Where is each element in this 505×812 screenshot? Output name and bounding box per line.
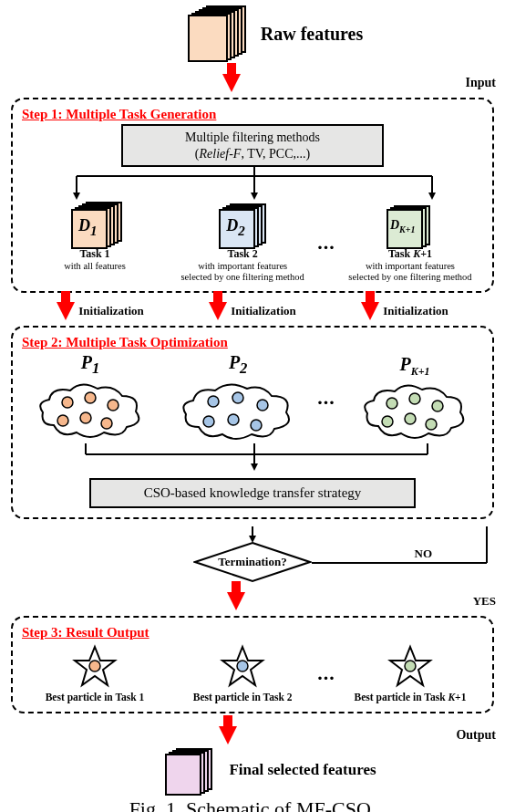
svg-point-19 bbox=[251, 420, 262, 431]
svg-marker-7 bbox=[428, 193, 436, 200]
init-label-1: Initialization bbox=[78, 304, 144, 318]
pop-dots: ... bbox=[317, 386, 335, 410]
task-2-desc: with important features selected by one … bbox=[181, 261, 304, 282]
input-arrow-row: Input bbox=[9, 74, 496, 92]
raw-features-row: Raw features bbox=[55, 9, 496, 59]
decision-area: Termination? NO bbox=[9, 526, 496, 590]
arrow-down-icon bbox=[209, 302, 227, 320]
star-icon bbox=[72, 644, 118, 690]
raw-features-label: Raw features bbox=[261, 24, 363, 45]
pop-1: P1 bbox=[22, 352, 159, 443]
input-label: Input bbox=[466, 76, 496, 90]
star-k1-label: Best particle in Task K+1 bbox=[355, 692, 467, 703]
task-k1: DK+1 Task K+1 with important features se… bbox=[337, 203, 483, 282]
star-1-label: Best particle in Task 1 bbox=[46, 692, 145, 703]
svg-point-10 bbox=[108, 400, 119, 411]
svg-point-18 bbox=[228, 414, 239, 425]
task-dots: ... bbox=[317, 231, 335, 255]
init-col-3: Initialization bbox=[332, 302, 478, 320]
no-label: NO bbox=[415, 547, 433, 561]
step3-title: Step 3: Result Output bbox=[22, 625, 483, 640]
arrow-down-icon bbox=[57, 302, 75, 320]
filter-line-1: Multiple filtering methods bbox=[134, 130, 371, 146]
task-k1-desc: with important features selected by one … bbox=[348, 261, 471, 282]
cloud-icon bbox=[36, 380, 145, 443]
task-1: D1 Task 1 with all features bbox=[22, 203, 168, 282]
svg-point-11 bbox=[57, 415, 68, 426]
star-2: Best particle in Task 2 bbox=[170, 644, 315, 703]
tree-connector bbox=[22, 167, 487, 200]
svg-point-8 bbox=[62, 397, 73, 408]
svg-point-21 bbox=[409, 393, 420, 404]
svg-point-16 bbox=[257, 400, 268, 411]
pop-2: P2 bbox=[170, 352, 306, 443]
output-arrow-row: Output bbox=[9, 726, 496, 744]
star-icon bbox=[387, 644, 433, 690]
cloud-icon bbox=[360, 380, 469, 442]
arrow-down-icon bbox=[227, 592, 245, 610]
svg-point-41 bbox=[237, 661, 248, 671]
svg-point-20 bbox=[386, 398, 397, 409]
final-features-label: Final selected features bbox=[229, 761, 376, 779]
svg-point-15 bbox=[232, 392, 243, 403]
decision-text: Termination? bbox=[218, 555, 286, 569]
step3-box: Step 3: Result Output Best particle in T… bbox=[11, 616, 494, 713]
svg-marker-5 bbox=[73, 193, 80, 200]
star-dots: ... bbox=[317, 661, 335, 685]
star-2-label: Best particle in Task 2 bbox=[193, 692, 293, 703]
populations-row: P1 P2 ... bbox=[22, 352, 483, 443]
tasks-row: D1 Task 1 with all features D2 Task 2 wi… bbox=[22, 203, 483, 282]
raw-features-stack bbox=[188, 9, 242, 59]
svg-point-24 bbox=[405, 413, 416, 424]
termination-decision: Termination? bbox=[193, 541, 312, 583]
yes-arrow-row: YES bbox=[9, 592, 496, 610]
task-2-stack: D2 bbox=[219, 203, 266, 245]
task-k1-stack: DK+1 bbox=[386, 203, 434, 245]
output-label: Output bbox=[456, 728, 496, 743]
init-col-2: Initialization bbox=[180, 302, 325, 320]
task-2-title: Task 2 bbox=[228, 247, 258, 261]
svg-point-25 bbox=[426, 419, 437, 430]
arrow-down-icon bbox=[219, 726, 237, 744]
star-1: Best particle in Task 1 bbox=[22, 644, 168, 703]
yes-label: YES bbox=[473, 594, 496, 609]
figure-caption: Fig. 1. Schematic of MF-CSO. bbox=[9, 797, 496, 812]
init-col-1: Initialization bbox=[27, 302, 173, 320]
final-features-stack bbox=[165, 748, 212, 792]
arrow-down-icon bbox=[361, 302, 379, 320]
knowledge-transfer-box: CSO-based knowledge transfer strategy bbox=[89, 478, 416, 508]
task-2: D2 Task 2 with important features select… bbox=[170, 203, 315, 282]
pop-k1: PK+1 bbox=[346, 354, 483, 442]
star-icon bbox=[220, 644, 265, 690]
filter-line-2: (Relief-F, TV, PCC,...) bbox=[134, 146, 371, 162]
svg-point-14 bbox=[208, 396, 219, 407]
svg-point-17 bbox=[203, 416, 214, 427]
arrow-down-icon bbox=[222, 74, 241, 92]
task-1-desc: with all features bbox=[64, 261, 126, 272]
svg-point-22 bbox=[432, 401, 443, 411]
star-row: Best particle in Task 1 Best particle in… bbox=[22, 644, 483, 703]
task-1-title: Task 1 bbox=[79, 247, 109, 261]
init-label-2: Initialization bbox=[231, 304, 296, 318]
svg-point-43 bbox=[405, 661, 416, 671]
svg-point-39 bbox=[89, 661, 100, 671]
svg-marker-6 bbox=[251, 193, 258, 200]
svg-point-12 bbox=[80, 412, 91, 423]
init-label-3: Initialization bbox=[383, 304, 448, 318]
svg-point-9 bbox=[85, 392, 96, 403]
filter-methods-box: Multiple filtering methods (Relief-F, TV… bbox=[121, 124, 384, 167]
task-k1-title: Task K+1 bbox=[388, 247, 432, 261]
svg-point-23 bbox=[382, 416, 393, 427]
step1-title: Step 1: Multiple Task Generation bbox=[22, 107, 483, 122]
task-1-stack: D1 bbox=[71, 203, 119, 245]
final-features-row: Final selected features bbox=[46, 748, 496, 792]
svg-point-13 bbox=[101, 418, 112, 429]
step1-box: Step 1: Multiple Task Generation Multipl… bbox=[11, 98, 494, 293]
step2-box: Step 2: Multiple Task Optimization P1 P2 bbox=[11, 326, 494, 519]
svg-marker-31 bbox=[251, 463, 258, 471]
step2-connector bbox=[22, 443, 487, 471]
star-k1: Best particle in Task K+1 bbox=[337, 644, 483, 703]
cloud-icon bbox=[179, 380, 297, 443]
initialization-row: Initialization Initialization Initializa… bbox=[9, 302, 496, 320]
step2-title: Step 2: Multiple Task Optimization bbox=[22, 335, 483, 350]
